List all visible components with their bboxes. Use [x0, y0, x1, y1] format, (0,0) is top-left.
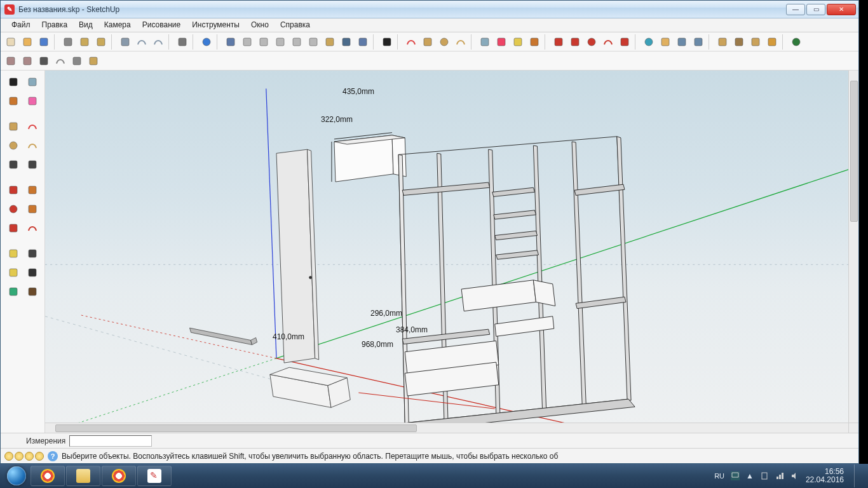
polygon-tool-icon[interactable] [4, 156, 22, 173]
menu-вид[interactable]: Вид [73, 18, 98, 32]
rotate-tool-icon[interactable] [4, 200, 22, 218]
protractor-icon[interactable] [4, 264, 22, 281]
arc-tool-icon[interactable] [453, 34, 468, 50]
horizontal-scrollbar[interactable] [45, 423, 848, 433]
language-indicator[interactable]: RU [714, 472, 724, 480]
offset-tool-icon[interactable] [24, 219, 41, 237]
xray-style-icon[interactable] [3, 53, 18, 69]
3d-text-icon[interactable] [24, 283, 41, 301]
erase-icon[interactable] [118, 34, 133, 50]
eraser-tool-icon[interactable] [494, 34, 509, 50]
open-file-icon[interactable] [20, 34, 35, 50]
arc-tool-icon[interactable] [24, 137, 41, 154]
line-tool-icon[interactable] [403, 34, 419, 50]
iso-view-icon[interactable] [223, 34, 238, 50]
wire-style-icon[interactable] [36, 53, 51, 69]
geo-status[interactable] [4, 452, 44, 461]
section-plane-icon[interactable] [764, 34, 780, 50]
text-tool-icon[interactable] [24, 264, 41, 281]
line-tool-icon[interactable] [24, 118, 41, 135]
dimension-tool-icon[interactable] [24, 245, 41, 262]
back-view-icon[interactable] [289, 34, 304, 50]
look-around-icon[interactable] [748, 34, 763, 50]
viewport[interactable]: 435,0mm 322,0mm 296,0mm 384,0mm 968,0mm … [45, 71, 858, 433]
shaded-view-icon[interactable] [355, 34, 370, 50]
taskbar-chrome-2[interactable] [102, 466, 136, 486]
select-tool-icon[interactable] [379, 34, 395, 50]
orbit-tool-icon[interactable] [641, 34, 656, 50]
select-tool-icon[interactable] [4, 73, 22, 91]
circle-tool-icon[interactable] [437, 34, 452, 50]
menu-справка[interactable]: Справка [275, 18, 316, 32]
tray-chevron-up-icon[interactable]: ▲ [746, 471, 754, 480]
cut-icon[interactable] [60, 34, 76, 50]
circle-tool-icon[interactable] [4, 137, 22, 154]
position-camera-icon[interactable] [715, 34, 730, 50]
taskbar-explorer[interactable] [66, 466, 100, 486]
model-info-icon[interactable] [199, 34, 214, 50]
close-button[interactable]: ✕ [827, 4, 856, 15]
walk-tool-icon[interactable] [731, 34, 747, 50]
menu-инструменты[interactable]: Инструменты [186, 18, 245, 32]
clock[interactable]: 16:56 22.04.2016 [806, 468, 844, 484]
menu-правка[interactable]: Правка [36, 18, 74, 32]
taskbar-sketchup[interactable]: ✎ [137, 466, 172, 486]
windows-taskbar[interactable]: ✎ RU ▲ 16:56 22.04.2016 [0, 464, 868, 488]
bottom-view-icon[interactable] [322, 34, 337, 50]
print-icon[interactable] [175, 34, 190, 50]
push-pull-icon[interactable] [551, 34, 566, 50]
zoom-window-icon[interactable] [691, 34, 706, 50]
tape-measure-icon[interactable] [4, 245, 22, 262]
top-view-icon[interactable] [240, 34, 255, 50]
zoom-tool-icon[interactable] [674, 34, 689, 50]
back-edges-style-icon[interactable] [20, 53, 35, 69]
shaded-style-icon[interactable] [69, 53, 85, 69]
paste-icon[interactable] [93, 34, 109, 50]
menu-файл[interactable]: Файл [6, 18, 36, 32]
hidden-line-style-icon[interactable] [53, 53, 68, 69]
new-file-icon[interactable] [3, 34, 18, 50]
system-tray[interactable]: RU ▲ 16:56 22.04.2016 [714, 464, 864, 487]
network-icon[interactable] [775, 471, 784, 480]
eraser-tool-icon[interactable] [24, 92, 41, 110]
undo-icon[interactable] [134, 34, 149, 50]
rectangle-tool-icon[interactable] [4, 118, 22, 135]
shaded-tex-style-icon[interactable] [86, 53, 101, 69]
flag-icon[interactable] [731, 471, 740, 480]
move-tool-icon[interactable] [4, 181, 22, 199]
scale-tool-icon[interactable] [617, 34, 632, 50]
offset-tool-icon[interactable] [600, 34, 616, 50]
start-button[interactable] [4, 466, 29, 486]
tape-measure-icon[interactable] [510, 34, 526, 50]
vertical-scrollbar[interactable] [848, 71, 858, 423]
make-component-icon[interactable] [24, 73, 41, 91]
paint-bucket-icon[interactable] [527, 34, 542, 50]
rectangle-tool-icon[interactable] [420, 34, 435, 50]
measurements-input[interactable] [69, 435, 152, 447]
titlebar[interactable]: ✎ Без названия.skp - SketchUp — ▭ ✕ [1, 1, 858, 18]
menu-камера[interactable]: Камера [98, 18, 137, 32]
front-view-icon[interactable] [256, 34, 271, 50]
paint-bucket-icon[interactable] [4, 92, 22, 110]
menu-рисование[interactable]: Рисование [137, 18, 186, 32]
follow-me-icon[interactable] [24, 200, 41, 218]
save-file-icon[interactable] [36, 34, 51, 50]
copy-icon[interactable] [77, 34, 92, 50]
help-icon[interactable]: ? [48, 451, 58, 461]
google-earth-icon[interactable] [789, 34, 804, 50]
wireframe-view-icon[interactable] [339, 34, 354, 50]
right-view-icon[interactable] [273, 34, 288, 50]
menu-окно[interactable]: Окно [245, 18, 275, 32]
freehand-tool-icon[interactable] [24, 156, 41, 173]
make-component-icon[interactable] [477, 34, 492, 50]
taskbar-chrome[interactable] [31, 466, 65, 486]
move-tool-icon[interactable] [567, 34, 583, 50]
rotate-tool-icon[interactable] [584, 34, 599, 50]
minimize-button[interactable]: — [786, 4, 805, 15]
volume-icon[interactable] [790, 471, 799, 480]
pan-tool-icon[interactable] [658, 34, 673, 50]
push-pull-icon[interactable] [24, 181, 41, 199]
maximize-button[interactable]: ▭ [806, 4, 825, 15]
left-view-icon[interactable] [306, 34, 321, 50]
redo-icon[interactable] [151, 34, 166, 50]
